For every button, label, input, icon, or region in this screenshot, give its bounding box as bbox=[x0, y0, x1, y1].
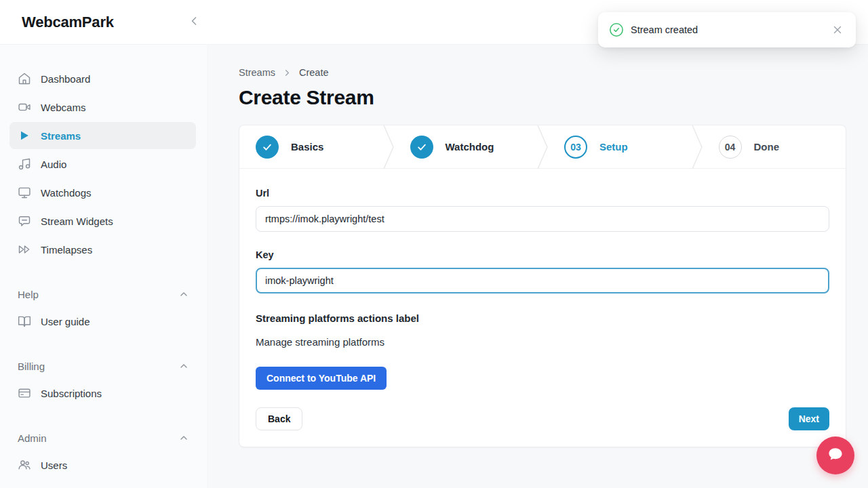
chat-fab-button[interactable] bbox=[816, 436, 854, 474]
page-title: Create Stream bbox=[239, 86, 846, 109]
sidebar-item-user-guide[interactable]: User guide bbox=[9, 308, 196, 335]
url-input[interactable] bbox=[256, 206, 829, 232]
key-label: Key bbox=[256, 249, 829, 260]
sidebar-item-label: Watchdogs bbox=[41, 187, 91, 199]
step-label: Watchdog bbox=[446, 141, 494, 152]
step-separator bbox=[383, 125, 394, 169]
main-content: Streams Create Create Stream Basics bbox=[207, 45, 868, 488]
step-label: Setup bbox=[599, 141, 628, 152]
setup-form: Url Key Streaming platforms actions labe… bbox=[239, 169, 846, 447]
sidebar-item-label: Subscriptions bbox=[41, 388, 102, 399]
section-label: Billing bbox=[18, 361, 45, 372]
app-logo: WebcamPark bbox=[22, 14, 114, 31]
step-separator bbox=[692, 125, 703, 169]
chevron-up-icon bbox=[178, 289, 189, 300]
section-label: Help bbox=[18, 289, 39, 300]
users-icon bbox=[18, 458, 31, 472]
step-label: Done bbox=[754, 141, 780, 152]
sidebar-item-streams[interactable]: Streams bbox=[9, 122, 196, 149]
check-icon bbox=[410, 136, 433, 159]
sidebar-item-label: Dashboard bbox=[41, 73, 90, 85]
next-button[interactable]: Next bbox=[789, 407, 829, 430]
webcam-icon bbox=[18, 100, 31, 114]
step-basics[interactable]: Basics bbox=[239, 125, 383, 168]
sidebar-item-label: Users bbox=[41, 460, 67, 471]
sidebar-item-webcams[interactable]: Webcams bbox=[9, 94, 196, 121]
form-footer: Back Next bbox=[256, 407, 829, 430]
sidebar-section-help[interactable]: Help bbox=[9, 283, 196, 305]
step-label: Basics bbox=[291, 141, 323, 152]
breadcrumb-create: Create bbox=[299, 67, 329, 78]
monitor-icon bbox=[18, 186, 31, 199]
message-icon bbox=[18, 214, 31, 228]
sidebar-item-stream-widgets[interactable]: Stream Widgets bbox=[9, 207, 196, 235]
sidebar-item-label: Stream Widgets bbox=[41, 216, 113, 227]
sidebar-section-billing[interactable]: Billing bbox=[9, 355, 196, 377]
section-label: Admin bbox=[18, 432, 47, 444]
create-stream-card: Basics Watchdog 03 Setup 04 Done bbox=[239, 125, 846, 447]
step-watchdog[interactable]: Watchdog bbox=[394, 125, 538, 168]
connect-youtube-button[interactable]: Connect to YouTube API bbox=[256, 367, 387, 390]
home-icon bbox=[18, 72, 31, 85]
step-done[interactable]: 04 Done bbox=[703, 125, 846, 168]
close-icon[interactable] bbox=[831, 24, 844, 36]
manage-platforms-text: Manage streaming platforms bbox=[256, 336, 829, 348]
sidebar-item-subscriptions[interactable]: Subscriptions bbox=[9, 380, 196, 407]
chat-bubble-icon bbox=[826, 445, 845, 466]
toast-stream-created: Stream created bbox=[598, 12, 856, 47]
sidebar-item-label: Timelapses bbox=[41, 244, 92, 256]
step-separator bbox=[537, 125, 548, 169]
sidebar-item-audio[interactable]: Audio bbox=[9, 150, 196, 178]
sidebar-item-dashboard[interactable]: Dashboard bbox=[9, 65, 196, 92]
fast-forward-icon bbox=[18, 243, 31, 256]
breadcrumb-streams[interactable]: Streams bbox=[239, 67, 275, 78]
check-icon bbox=[256, 136, 279, 159]
sidebar-item-users[interactable]: Users bbox=[9, 451, 196, 479]
sidebar-item-label: User guide bbox=[41, 316, 90, 327]
check-circle-icon bbox=[609, 22, 624, 37]
play-icon bbox=[18, 129, 31, 142]
chevron-up-icon bbox=[178, 432, 189, 443]
sidebar-item-timelapses[interactable]: Timelapses bbox=[9, 236, 196, 263]
back-button[interactable]: Back bbox=[256, 407, 302, 430]
sidebar-item-watchdogs[interactable]: Watchdogs bbox=[9, 179, 196, 206]
chevron-right-icon bbox=[282, 68, 292, 78]
book-open-icon bbox=[18, 314, 31, 328]
step-setup[interactable]: 03 Setup bbox=[548, 125, 692, 168]
step-number: 04 bbox=[719, 136, 742, 159]
streaming-platforms-label: Streaming platforms actions label bbox=[256, 312, 829, 324]
sidebar: Dashboard Webcams Streams Audio Watchdog bbox=[0, 45, 207, 488]
sidebar-item-label: Streams bbox=[41, 130, 81, 142]
sidebar-section-admin[interactable]: Admin bbox=[9, 427, 196, 449]
chevron-up-icon bbox=[178, 361, 189, 371]
toast-message: Stream created bbox=[631, 24, 831, 35]
credit-card-icon bbox=[18, 386, 31, 400]
wizard-stepper: Basics Watchdog 03 Setup 04 Done bbox=[239, 125, 846, 169]
sidebar-item-label: Audio bbox=[41, 159, 66, 170]
step-number: 03 bbox=[564, 136, 587, 159]
url-label: Url bbox=[256, 188, 829, 199]
sidebar-item-label: Webcams bbox=[41, 102, 85, 113]
music-note-icon bbox=[18, 157, 31, 171]
chevron-left-icon bbox=[187, 14, 201, 30]
key-input[interactable] bbox=[256, 268, 829, 293]
breadcrumb: Streams Create bbox=[239, 67, 846, 78]
sidebar-collapse-button[interactable] bbox=[186, 14, 202, 30]
